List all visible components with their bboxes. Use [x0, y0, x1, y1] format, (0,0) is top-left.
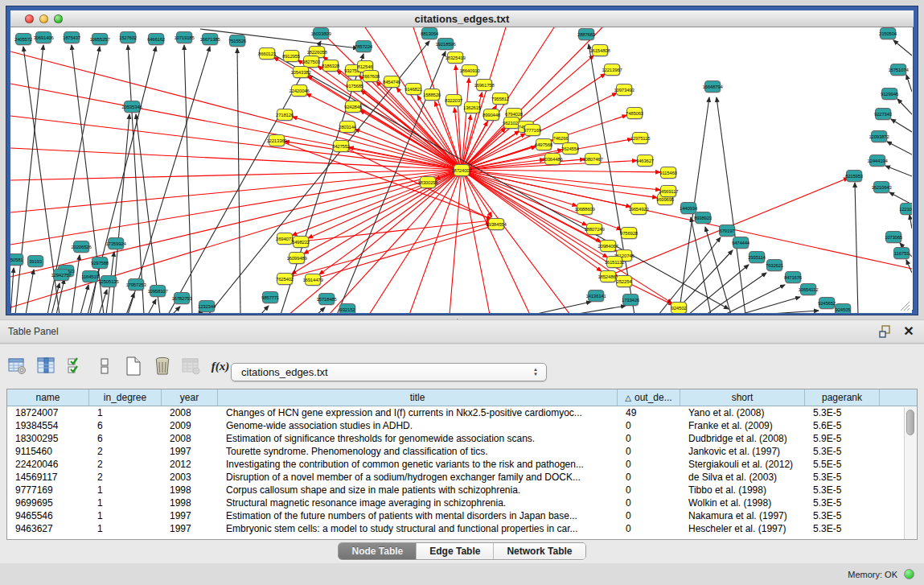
network-node[interactable]: 1221064 — [900, 203, 912, 215]
network-node[interactable]: 8990448 — [483, 109, 499, 121]
network-node[interactable]: 7632621 — [766, 259, 782, 271]
float-panel-icon[interactable] — [879, 325, 892, 338]
network-node[interactable]: 9857771 — [262, 291, 278, 303]
network-node[interactable]: 1073065 — [885, 231, 901, 243]
network-node[interactable]: 3624554 — [562, 142, 578, 154]
tab-edge-table[interactable]: Edge Table — [417, 543, 494, 559]
column-header-in_degree[interactable]: in_degree — [89, 389, 162, 406]
network-node[interactable]: 8660123 — [259, 47, 275, 60]
select-columns-icon[interactable] — [66, 356, 85, 376]
table-settings-icon[interactable] — [8, 356, 27, 376]
network-node[interactable]: 924505 — [835, 303, 851, 313]
network-node[interactable]: 1875437 — [64, 31, 80, 43]
network-node[interactable]: 8813054 — [421, 27, 437, 39]
network-node[interactable]: 9756928 — [621, 227, 637, 239]
network-node[interactable]: 15718485 — [318, 293, 335, 305]
network-node[interactable]: 1527602 — [120, 31, 136, 43]
network-node[interactable]: 8912955 — [283, 50, 299, 62]
network-node[interactable]: 9297588 — [92, 257, 108, 269]
network-node[interactable]: 10655257 — [92, 33, 108, 45]
network-node[interactable]: 7625402 — [277, 273, 293, 285]
table-column-icon[interactable] — [37, 356, 56, 376]
network-node[interactable]: 2803144 — [339, 121, 355, 133]
tab-network-table[interactable]: Network Table — [494, 543, 585, 559]
column-header-title[interactable]: title — [218, 389, 618, 406]
network-node[interactable]: 932152 — [339, 303, 355, 313]
scrollbar-thumb[interactable] — [906, 410, 914, 435]
close-panel-icon[interactable]: ✕ — [903, 326, 914, 337]
network-node[interactable]: 18300295 — [420, 176, 436, 188]
table-row[interactable]: 977716911998Corpus callosum shape and si… — [7, 484, 917, 496]
network-node[interactable]: 10654112 — [800, 283, 816, 295]
network-node[interactable]: 924502 — [671, 302, 687, 313]
network-node[interactable]: 150581 — [10, 253, 23, 266]
network-node[interactable]: 16648794 — [704, 80, 721, 93]
network-node[interactable]: 2405572 — [15, 33, 31, 45]
network-node[interactable]: 22420046 — [291, 84, 307, 97]
network-node[interactable]: 16210643 — [873, 181, 889, 193]
network-node[interactable]: 19218596 — [437, 38, 454, 50]
column-header-out_de[interactable]: △out_de... — [618, 389, 680, 406]
network-node[interactable]: 7857224 — [355, 40, 372, 52]
network-node[interactable]: 10543382 — [293, 66, 309, 78]
network-node[interactable]: 2718126 — [277, 109, 293, 121]
network-node[interactable]: 8215953 — [846, 170, 862, 182]
network-node[interactable]: 18524861 — [600, 270, 616, 282]
network-node[interactable]: 10807467 — [585, 153, 601, 165]
network-node[interactable]: 7485063 — [626, 107, 643, 119]
function-builder-icon[interactable]: f(x) — [211, 356, 230, 376]
network-node[interactable]: 9129946 — [881, 88, 897, 100]
network-node[interactable]: 2667608 — [363, 70, 379, 82]
network-node[interactable]: 16961758 — [476, 79, 492, 91]
network-node[interactable]: 20535346 — [124, 101, 140, 113]
table-row[interactable]: 969969511998Structural magnetic resonanc… — [7, 496, 917, 509]
network-node[interactable]: 9146821 — [405, 83, 421, 95]
column-header-name[interactable]: name — [7, 389, 89, 406]
network-node[interactable]: 9227343 — [875, 108, 891, 120]
table-row[interactable]: 1830029562008Estimation of significance … — [7, 432, 917, 445]
network-node[interactable]: 8938923 — [695, 212, 711, 224]
network-node[interactable]: 1362615 — [464, 101, 480, 113]
delete-table-icon[interactable] — [153, 356, 172, 376]
resize-grip-icon[interactable] — [897, 300, 910, 311]
network-node[interactable]: 1733426 — [622, 294, 639, 306]
network-node[interactable]: 9115460 — [660, 167, 676, 179]
network-node[interactable]: 17359924 — [108, 237, 124, 249]
network-node[interactable]: 18807249 — [586, 223, 602, 235]
network-node[interactable]: 5498222 — [293, 236, 309, 248]
new-document-icon[interactable] — [124, 356, 143, 376]
network-node[interactable]: 12444194 — [869, 154, 885, 167]
network-node[interactable]: 16154808 — [592, 44, 608, 56]
hub-network-node[interactable]: 18724007 — [454, 164, 470, 176]
network-node[interactable]: 16151132 — [606, 256, 622, 268]
network-node[interactable]: 16914479 — [305, 274, 321, 286]
table-row[interactable]: 1938455462009Genome-wide association stu… — [7, 419, 917, 432]
table-selector-combobox[interactable]: citations_edges.txt ▲▼ — [231, 363, 547, 381]
import-table-icon[interactable] — [182, 356, 201, 376]
network-node[interactable]: 39193 — [27, 255, 43, 267]
network-node[interactable]: 7955812 — [492, 93, 508, 105]
network-node[interactable]: 12093872 — [871, 130, 887, 142]
network-node[interactable]: 10958107 — [150, 285, 166, 297]
network-node[interactable]: 116753 — [893, 247, 910, 259]
network-node[interactable]: 12942757 — [53, 269, 69, 281]
network-node[interactable]: 2935114 — [749, 251, 765, 263]
network-node[interactable]: 1164519 — [82, 270, 98, 282]
network-node[interactable]: 16671385 — [202, 33, 218, 45]
network-node[interactable]: 252254 — [616, 275, 632, 287]
network-node[interactable]: 12213967 — [604, 64, 620, 76]
column-header-short[interactable]: short — [680, 389, 805, 406]
network-node[interactable]: 9245652 — [819, 297, 835, 309]
table-row[interactable]: 1456911722003Disruption of a novel membe… — [7, 471, 917, 484]
network-node[interactable]: 19654923 — [630, 203, 647, 215]
network-node[interactable]: 2150504 — [880, 27, 896, 39]
network-node[interactable]: 8427552 — [333, 140, 349, 152]
network-node[interactable]: 8454749 — [384, 76, 400, 88]
network-node[interactable]: 6497568 — [536, 138, 552, 150]
network-node[interactable]: 18325419 — [447, 51, 463, 64]
network-node[interactable]: 15751074 — [890, 64, 906, 76]
network-window-titlebar[interactable]: citations_edges.txt — [10, 10, 914, 27]
network-canvas[interactable]: 1872400786601238912955182260589827503105… — [10, 27, 912, 313]
row-height-icon[interactable] — [95, 356, 114, 376]
network-node[interactable]: 12213369 — [269, 134, 285, 146]
